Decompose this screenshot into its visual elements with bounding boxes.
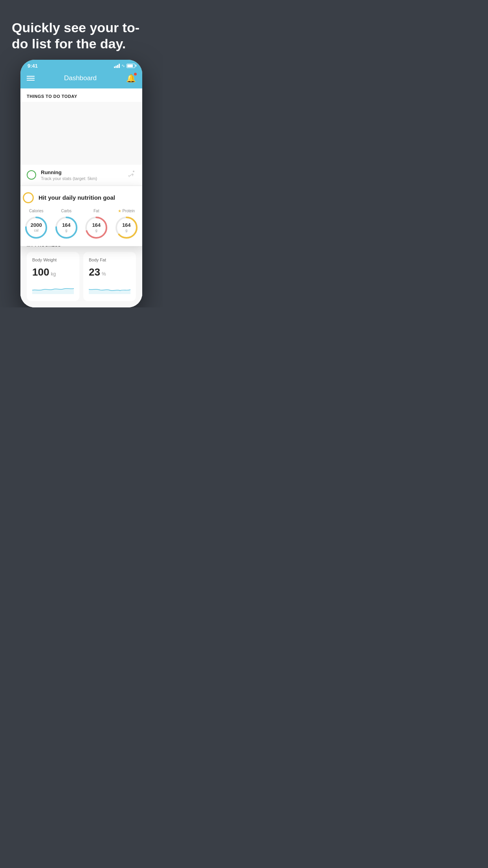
body-weight-number: 100 [32, 266, 49, 278]
hero-section: Quickly see your to-do list for the day. [0, 0, 163, 60]
running-desc: Track your stats (target: 5km) [41, 176, 123, 181]
running-icon [127, 171, 136, 180]
carbs-stat: Carbs 164 g [54, 209, 79, 240]
notification-bell-icon[interactable]: 🔔 [126, 74, 136, 83]
status-time: 9:41 [28, 63, 38, 69]
body-fat-value-row: 23 % [89, 266, 130, 278]
battery-icon [127, 64, 135, 68]
body-weight-sparkline [32, 282, 74, 294]
wifi-icon: ∿ [121, 63, 125, 68]
fat-circle: 164 g [84, 215, 108, 240]
menu-button[interactable] [27, 76, 35, 81]
status-bar: 9:41 ∿ [20, 60, 142, 70]
carbs-unit: g [62, 228, 71, 232]
body-weight-value-row: 100 kg [32, 266, 74, 278]
star-icon: ★ [118, 209, 121, 213]
protein-value-inner: 164 g [122, 223, 131, 232]
nutrition-card-header: Hit your daily nutrition goal [23, 192, 140, 203]
body-weight-card-title: Body Weight [32, 257, 74, 262]
fat-value-inner: 164 g [92, 223, 101, 232]
signal-bars-icon [114, 64, 120, 68]
protein-circle: 164 g [114, 215, 139, 240]
nutrition-card: Hit your daily nutrition goal Calories [20, 186, 142, 246]
nutrition-check-circle[interactable] [23, 192, 34, 203]
phone-mockup: 9:41 ∿ Dashboard [20, 60, 142, 307]
nav-title: Dashboard [64, 74, 97, 82]
body-weight-card: Body Weight 100 kg [27, 252, 79, 301]
calories-circle: 2000 cal [24, 215, 48, 240]
body-fat-unit: % [102, 271, 106, 277]
calories-stat: Calories 2000 cal [24, 209, 48, 240]
nutrition-card-title: Hit your daily nutrition goal [39, 194, 115, 201]
fat-stat: Fat 164 g [84, 209, 108, 240]
my-progress-section: MY PROGRESS Body Weight 100 kg [20, 236, 142, 307]
protein-value: 164 [122, 223, 131, 228]
body-weight-unit: kg [51, 271, 56, 277]
progress-cards: Body Weight 100 kg B [27, 252, 136, 301]
hero-title: Quickly see your to-do list for the day. [12, 20, 151, 52]
carbs-circle: 164 g [54, 215, 79, 240]
calories-value: 2000 [31, 223, 42, 228]
fat-value: 164 [92, 223, 101, 228]
nutrition-stats: Calories 2000 cal [23, 209, 140, 240]
carbs-value: 164 [62, 223, 71, 228]
things-to-do-title: THINGS TO DO TODAY [27, 94, 136, 99]
carbs-value-inner: 164 g [62, 223, 71, 232]
body-fat-card: Body Fat 23 % [83, 252, 136, 301]
protein-stat: ★ Protein 164 g [114, 209, 139, 240]
things-to-do-header: THINGS TO DO TODAY [20, 88, 142, 102]
page-wrapper: Quickly see your to-do list for the day.… [0, 0, 163, 307]
protein-unit: g [122, 228, 131, 232]
body-fat-sparkline [89, 282, 130, 294]
nav-bar: Dashboard 🔔 [20, 70, 142, 88]
todo-item-running[interactable]: Running Track your stats (target: 5km) [20, 165, 142, 186]
running-text: Running Track your stats (target: 5km) [41, 169, 123, 181]
running-name: Running [41, 169, 123, 175]
calories-label: Calories [29, 209, 44, 213]
carbs-label: Carbs [61, 209, 72, 213]
body-fat-number: 23 [89, 266, 100, 278]
status-icons: ∿ [114, 63, 135, 68]
content-area: THINGS TO DO TODAY Hit your daily nutrit… [20, 88, 142, 307]
body-fat-card-title: Body Fat [89, 257, 130, 262]
notification-dot [134, 73, 137, 75]
calories-value-inner: 2000 cal [31, 223, 42, 232]
protein-label: ★ Protein [118, 209, 135, 213]
fat-unit: g [92, 228, 101, 232]
fat-label: Fat [94, 209, 99, 213]
running-check-circle[interactable] [27, 170, 36, 180]
calories-unit: cal [31, 228, 42, 232]
